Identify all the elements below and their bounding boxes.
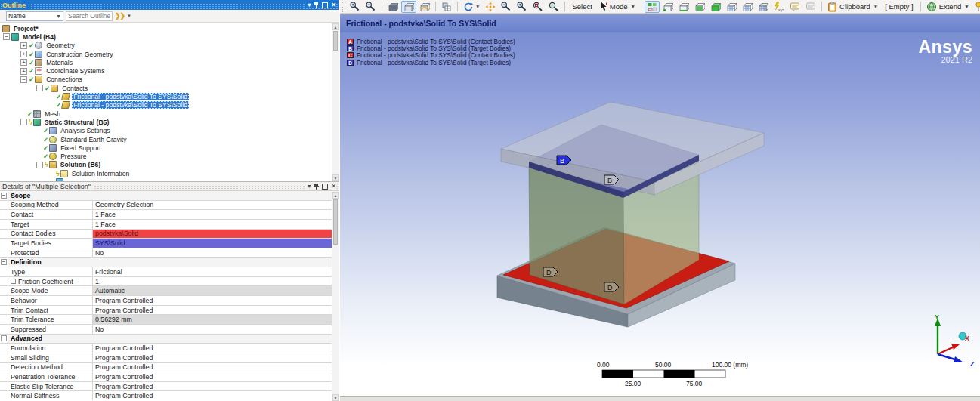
property-value[interactable]: No	[93, 325, 339, 334]
scroll-up-icon[interactable]: ▲	[332, 23, 339, 30]
extend-icon[interactable]: Extend▼	[924, 1, 972, 13]
tree-item[interactable]: −ϟStatic Structural (B5)	[0, 118, 339, 126]
zoom-in-icon[interactable]	[348, 1, 363, 13]
tree-expander-icon[interactable]: −	[36, 85, 43, 91]
property-value[interactable]: 1 Face	[93, 210, 339, 219]
tree-expander-icon[interactable]: −	[3, 33, 10, 40]
face-select-icon[interactable]	[692, 1, 707, 13]
coordinate-probe-icon[interactable]: xyz	[771, 1, 787, 13]
property-value[interactable]: Program Controlled	[93, 372, 339, 381]
label-filter-icon[interactable]: F1	[645, 1, 660, 13]
property-value[interactable]: Program Controlled	[93, 382, 339, 391]
wireframe-icon[interactable]	[417, 1, 432, 13]
float-icon[interactable]	[322, 184, 328, 190]
edge-select-icon[interactable]	[676, 1, 691, 13]
tree-expander-icon[interactable]: −	[20, 76, 27, 83]
tree-item[interactable]: ✓Fixed Support	[0, 143, 339, 152]
annotation-icon[interactable]	[787, 1, 802, 13]
parameter-checkbox[interactable]	[11, 279, 16, 284]
property-value[interactable]: Program Controlled	[93, 344, 339, 353]
tree-item[interactable]: +✓Construction Geometry	[0, 50, 339, 58]
float-icon[interactable]	[322, 2, 328, 8]
element-select-icon[interactable]	[756, 1, 771, 13]
property-value[interactable]: SYS\Solid	[93, 239, 339, 248]
tree-expander-icon[interactable]: −	[20, 119, 27, 125]
vertex-select-icon[interactable]	[660, 1, 675, 13]
property-value[interactable]: podstvka\Solid	[93, 230, 339, 239]
model-scene[interactable]: B B D D 0.00 50.00 100.00 (mm) 25.00 75.…	[340, 14, 980, 396]
tree-item[interactable]: −✓Contacts	[0, 84, 339, 92]
annotation-disabled-icon[interactable]	[803, 1, 818, 13]
panel-dropdown-icon[interactable]: ▾	[308, 2, 311, 8]
tree-expander-icon[interactable]: +	[20, 68, 27, 75]
property-value[interactable]: 0.56292 mm	[93, 315, 339, 324]
body-select-icon[interactable]	[708, 1, 723, 13]
tree-item[interactable]: −✓Connections	[0, 76, 339, 84]
scroll-down-icon[interactable]: ▼	[332, 174, 339, 181]
tree-item[interactable]: +✓Geometry	[0, 42, 339, 50]
scroll-thumb[interactable]	[333, 31, 338, 51]
tree-item[interactable]: Project*	[0, 24, 339, 32]
scroll-thumb[interactable]	[333, 199, 338, 245]
more-options-icon[interactable]: ▼	[127, 14, 131, 18]
zoom-out-icon[interactable]	[363, 1, 379, 13]
collapse-icon[interactable]: −	[1, 335, 7, 341]
tree-item[interactable]: +✓Materials	[0, 58, 339, 66]
clipboard-empty-label[interactable]: [ Empty ]	[881, 1, 917, 13]
tree-item[interactable]: ϟSolution Information	[0, 169, 339, 177]
zoom-minus-icon[interactable]	[499, 1, 514, 13]
pan-icon[interactable]	[483, 1, 498, 13]
box-zoom-icon[interactable]	[530, 1, 546, 13]
property-value[interactable]: Program Controlled	[93, 353, 339, 362]
pin-icon[interactable]	[314, 183, 319, 190]
property-value[interactable]: Frictional	[93, 267, 339, 276]
select-mode-cursor-icon[interactable]: Mode▼	[597, 1, 638, 13]
panel-dropdown-icon[interactable]: ▾	[308, 184, 311, 190]
close-icon[interactable]: ✕	[331, 184, 336, 190]
tree-item[interactable]: ✓Frictional - podstvka\Solid To SYS\Soli…	[0, 92, 339, 100]
shaded-exterior-icon[interactable]	[401, 1, 416, 13]
collapse-icon[interactable]: −	[1, 259, 7, 265]
tree-item[interactable]: ✓Analysis Settings	[0, 127, 339, 135]
property-value[interactable]: 1 Face	[93, 220, 339, 229]
expand-tree-icon[interactable]: ❯❯	[115, 12, 125, 20]
property-value[interactable]: No	[93, 248, 339, 258]
tree-item[interactable]: ✓Mesh	[0, 110, 339, 118]
scroll-up-icon[interactable]: ▲	[332, 192, 339, 199]
close-icon[interactable]: ✕	[331, 2, 336, 8]
property-value[interactable]: Program Controlled	[93, 363, 339, 372]
tree-item[interactable]: −ϟSolution (B6)	[0, 161, 339, 169]
zoom-fit-icon[interactable]	[546, 1, 561, 13]
property-value[interactable]: 1.	[93, 277, 339, 286]
details-scrollbar[interactable]: ▲ ▼	[332, 192, 339, 401]
tree-expander-icon[interactable]: +	[20, 51, 27, 57]
tree-item[interactable]: +✓Coordinate Systems	[0, 66, 339, 75]
show-mesh-icon[interactable]	[439, 1, 454, 13]
tree-item[interactable]: −Model (B4)	[0, 32, 339, 41]
property-value[interactable]: Program Controlled	[93, 391, 339, 400]
collapse-icon[interactable]: −	[1, 193, 7, 199]
node-select-icon[interactable]	[724, 1, 739, 13]
tree-expander-icon[interactable]: +	[20, 59, 27, 66]
pin-icon[interactable]	[314, 2, 319, 8]
property-value[interactable]: Automatic	[93, 286, 339, 295]
tree-item[interactable]: ✓Frictional - podstvka\Solid To SYS\Soli…	[0, 101, 339, 110]
viewport-3d[interactable]: Frictional - podstvka\Solid To SYS\Solid…	[340, 14, 980, 396]
coordinate-triad[interactable]: Y X Z	[935, 313, 975, 368]
tree-item[interactable]: ✓Standard Earth Gravity	[0, 135, 339, 143]
rotate-icon[interactable]: ▼	[461, 1, 482, 13]
select-label[interactable]: Select	[568, 1, 595, 13]
outline-scrollbar[interactable]: ▲ ▼	[332, 23, 339, 181]
tree-item[interactable]: ✓Pressure	[0, 152, 339, 160]
scroll-down-icon[interactable]: ▼	[332, 394, 339, 401]
search-outline-input[interactable]	[66, 11, 113, 21]
tree-expander-icon[interactable]: +	[20, 42, 27, 49]
zoom-plus-icon[interactable]	[515, 1, 530, 13]
element-face-select-icon[interactable]	[740, 1, 755, 13]
shaded-exterior-edges-icon[interactable]	[385, 1, 400, 13]
toolbar-grip[interactable]	[342, 2, 345, 12]
name-filter-combo[interactable]: Name ▼	[6, 11, 63, 21]
tree-expander-icon[interactable]: −	[36, 162, 43, 168]
clipboard-icon[interactable]: Clipboard▼	[825, 1, 880, 13]
property-value[interactable]: Program Controlled	[93, 296, 339, 305]
